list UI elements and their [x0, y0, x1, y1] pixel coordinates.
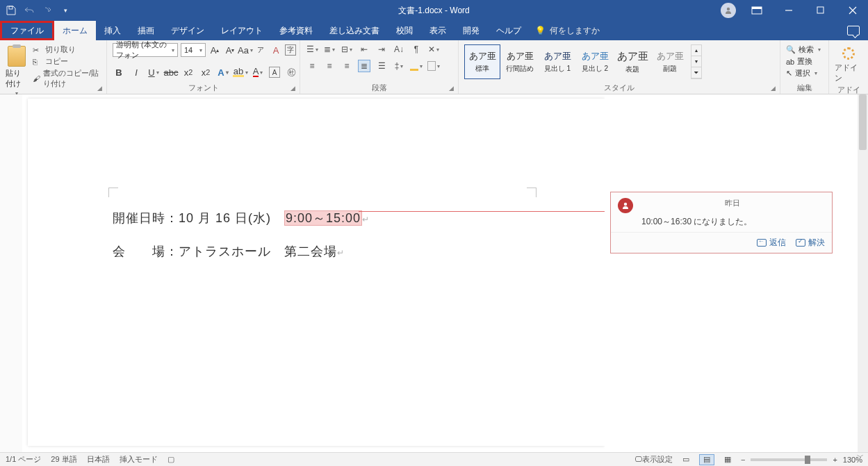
style-heading1[interactable]: あア亜見出し 1: [539, 44, 575, 79]
collapse-ribbon-icon[interactable]: ﹀: [857, 452, 864, 462]
font-size-select[interactable]: 14▾: [181, 43, 206, 57]
document-page[interactable]: 開催日時：10 月 16 日(水) 9:00～15:00↵ 会 場：アトラスホー…: [28, 99, 605, 446]
phonetic-guide-button[interactable]: ア: [254, 43, 267, 57]
close-button[interactable]: [837, 0, 868, 21]
status-words[interactable]: 29 単語: [51, 454, 76, 465]
status-language[interactable]: 日本語: [87, 454, 110, 465]
italic-button[interactable]: I: [130, 65, 142, 79]
copy-button[interactable]: ⎘コピー: [33, 56, 101, 67]
maximize-button[interactable]: [805, 0, 836, 21]
align-center-button[interactable]: ≡: [323, 60, 336, 72]
web-layout-button[interactable]: ▦: [720, 454, 735, 465]
decrease-indent-button[interactable]: ⇤: [358, 43, 370, 56]
undo-icon[interactable]: [24, 5, 35, 16]
tab-insert[interactable]: 挿入: [96, 21, 129, 40]
char-shading-button[interactable]: A: [269, 67, 280, 78]
bullets-button[interactable]: ☰▾: [306, 43, 318, 56]
status-page[interactable]: 1/1 ページ: [6, 454, 41, 465]
redo-icon[interactable]: [42, 5, 53, 16]
chevron-down-icon[interactable]: ▾: [691, 56, 701, 67]
change-case-button[interactable]: Aa▾: [239, 43, 252, 57]
font-name-select[interactable]: 游明朝 (本文のフォン▾: [113, 43, 178, 57]
style-title[interactable]: あア亜表題: [614, 44, 650, 79]
increase-indent-button[interactable]: ⇥: [375, 43, 388, 56]
tab-design[interactable]: デザイン: [163, 21, 213, 40]
comment-card[interactable]: 昨日 10:00～16:30 になりました。 返信 解決: [610, 192, 833, 253]
paragraph-dialog-launcher[interactable]: ◢: [449, 85, 456, 92]
find-button[interactable]: 🔍検索▾: [786, 44, 821, 55]
addins-button[interactable]: アドイン: [835, 43, 862, 83]
distribute-button[interactable]: ☰: [375, 60, 388, 72]
grow-font-button[interactable]: A▴: [208, 43, 221, 57]
strikethrough-button[interactable]: abc: [165, 65, 177, 79]
tab-developer[interactable]: 開発: [455, 21, 488, 40]
format-painter-button[interactable]: 🖌書式のコピー/貼り付け: [33, 68, 101, 89]
qat-customize-icon[interactable]: ▾: [60, 5, 71, 16]
clipboard-dialog-launcher[interactable]: ◢: [97, 85, 104, 92]
zoom-slider-thumb[interactable]: [805, 456, 810, 464]
subscript-button[interactable]: x2: [182, 65, 195, 79]
shading-button[interactable]: ▾: [410, 60, 423, 72]
styles-dialog-launcher[interactable]: ◢: [771, 85, 778, 92]
enclose-char-button[interactable]: 字: [285, 44, 296, 56]
style-heading2[interactable]: あア亜見出し 2: [577, 44, 613, 79]
highlight-button[interactable]: ab▾: [234, 65, 247, 79]
status-insert-mode[interactable]: 挿入モード: [120, 454, 158, 465]
align-right-button[interactable]: ≡: [341, 60, 353, 72]
style-nospacing[interactable]: あア亜行間詰め: [502, 44, 538, 79]
tab-home[interactable]: ホーム: [54, 21, 96, 40]
comment-reply-button[interactable]: 返信: [757, 237, 786, 249]
style-normal[interactable]: あア亜標準: [464, 44, 500, 79]
select-button[interactable]: ↖選択▾: [786, 68, 817, 78]
styles-scroller[interactable]: ▴▾⏷: [691, 44, 702, 79]
minimize-button[interactable]: [773, 0, 804, 21]
text-direction-button[interactable]: ✕▾: [427, 43, 440, 56]
print-layout-button[interactable]: ▤: [699, 454, 714, 465]
paste-button[interactable]: 貼り付け ▾: [6, 43, 28, 97]
enclose-circle-button[interactable]: ㊓: [285, 65, 297, 79]
tab-help[interactable]: ヘルプ: [488, 21, 530, 40]
comments-pane-icon[interactable]: [847, 26, 860, 35]
text-effects-button[interactable]: A▾: [217, 65, 229, 79]
zoom-in-button[interactable]: +: [833, 456, 837, 464]
sort-button[interactable]: A↓: [393, 43, 405, 56]
chevron-up-icon[interactable]: ▴: [691, 45, 701, 56]
multilevel-button[interactable]: ⊟▾: [341, 43, 353, 56]
underline-button[interactable]: U▾: [147, 65, 160, 79]
zoom-out-button[interactable]: −: [741, 456, 745, 464]
tab-draw[interactable]: 描画: [129, 21, 163, 40]
document-line-2[interactable]: 会 場：アトラスホール 第二会場↵: [113, 243, 345, 260]
tab-references[interactable]: 参考資料: [271, 21, 321, 40]
ribbon-display-icon[interactable]: [742, 0, 772, 21]
font-dialog-launcher[interactable]: ◢: [290, 85, 297, 92]
styles-expand-icon[interactable]: ⏷: [691, 67, 701, 78]
align-left-button[interactable]: ≡: [306, 60, 318, 72]
save-icon[interactable]: [6, 5, 17, 16]
user-avatar[interactable]: [721, 3, 736, 18]
scrollbar-thumb[interactable]: [859, 94, 867, 150]
document-line-1[interactable]: 開催日時：10 月 16 日(水) 9:00～15:00↵: [113, 210, 370, 226]
tell-me-search[interactable]: 💡 何をしますか: [535, 21, 600, 40]
numbering-button[interactable]: ≣▾: [323, 43, 336, 56]
superscript-button[interactable]: x2: [199, 65, 212, 79]
tab-view[interactable]: 表示: [421, 21, 455, 40]
tab-mailings[interactable]: 差し込み文書: [321, 21, 388, 40]
shrink-font-button[interactable]: A▾: [224, 43, 236, 57]
borders-button[interactable]: ▾: [427, 60, 440, 72]
read-mode-button[interactable]: ▭: [678, 454, 694, 465]
clear-formatting-button[interactable]: A: [270, 43, 282, 57]
replace-button[interactable]: ab置換: [786, 56, 812, 67]
commented-range[interactable]: 9:00～15:00: [284, 210, 362, 226]
tab-file[interactable]: ファイル: [0, 21, 54, 40]
vertical-scrollbar[interactable]: [858, 94, 868, 452]
cut-button[interactable]: ✂切り取り: [33, 44, 101, 55]
comment-resolve-button[interactable]: 解決: [796, 237, 825, 249]
display-settings-button[interactable]: 🖵表示設定: [634, 454, 673, 465]
tab-layout[interactable]: レイアウト: [213, 21, 271, 40]
macro-record-icon[interactable]: ▢: [167, 455, 174, 464]
zoom-slider[interactable]: [751, 458, 827, 461]
tab-review[interactable]: 校閲: [388, 21, 421, 40]
bold-button[interactable]: B: [113, 65, 125, 79]
show-marks-button[interactable]: ¶: [410, 43, 423, 56]
font-color-button[interactable]: A▾: [252, 65, 264, 79]
